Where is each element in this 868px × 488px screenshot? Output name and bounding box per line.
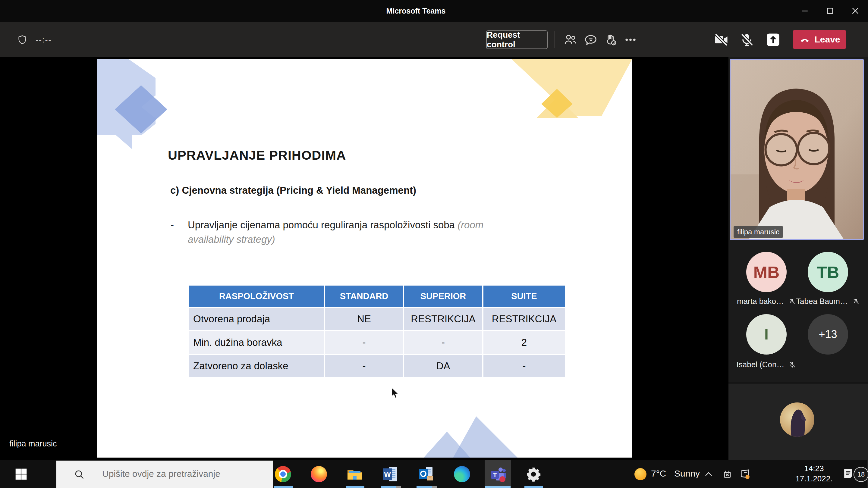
teams-icon[interactable]: T <box>489 465 507 483</box>
app-indicator-secondary <box>432 486 437 488</box>
svg-text:W: W <box>384 470 391 478</box>
availability-table: RASPOLOŽIVOST STANDARD SUPERIOR SUITE Ot… <box>188 284 566 378</box>
clock-time: 14:23 <box>787 463 841 474</box>
more-options-button[interactable] <box>621 22 640 58</box>
table-cell: - <box>404 331 482 354</box>
overflow-participants[interactable]: +13 <box>808 314 848 355</box>
leave-label: Leave <box>814 34 840 44</box>
share-button[interactable] <box>764 22 782 58</box>
mic-muted-icon <box>852 298 860 305</box>
people-icon <box>563 33 577 47</box>
file-explorer-icon[interactable] <box>346 465 364 483</box>
weather-icon[interactable] <box>634 468 647 480</box>
table-cell: - <box>325 331 403 354</box>
firefox-icon[interactable] <box>310 465 328 483</box>
maximize-icon <box>826 7 834 15</box>
mic-off-icon <box>739 32 755 47</box>
toolbar-divider <box>555 31 555 48</box>
hang-up-icon <box>799 33 811 45</box>
edge-icon[interactable] <box>453 465 471 483</box>
overflow-count: +13 <box>818 328 837 341</box>
window-titlebar: Microsoft Teams <box>0 0 868 22</box>
speaker-name-label: filipa marusic <box>734 226 783 238</box>
show-desktop-button[interactable] <box>867 460 867 488</box>
windows-logo-icon <box>14 467 28 481</box>
app-indicator <box>524 486 543 488</box>
tray-chevron-up-icon[interactable] <box>704 470 713 479</box>
network-disconnected-icon[interactable] <box>721 469 733 481</box>
leave-button[interactable]: Leave <box>793 30 846 49</box>
self-avatar[interactable] <box>780 402 814 437</box>
table-cell: NE <box>325 308 403 330</box>
table-cell: DA <box>404 355 482 377</box>
slide-decoration-top-right <box>508 59 632 119</box>
chat-icon <box>584 33 598 47</box>
search-icon <box>74 469 85 480</box>
word-icon[interactable]: W <box>381 465 399 483</box>
weather-widget[interactable]: 7°C Sunny <box>651 468 700 479</box>
self-view-panel <box>728 384 868 460</box>
notification-center-icon[interactable] <box>841 467 855 481</box>
table-header-row: RASPOLOŽIVOST STANDARD SUPERIOR SUITE <box>189 286 565 307</box>
start-button[interactable] <box>14 467 28 482</box>
search-input[interactable] <box>101 468 259 479</box>
participant-name: marta bako… <box>737 297 784 306</box>
request-control-button[interactable]: Request control <box>486 30 548 49</box>
shared-slide: UPRAVLJANJE PRIHODIMA c) Cjenovna strate… <box>97 59 632 458</box>
taskbar-search[interactable] <box>56 461 273 488</box>
reactions-button[interactable] <box>601 22 620 58</box>
app-indicator <box>381 486 396 488</box>
camera-toggle-button[interactable] <box>712 22 731 58</box>
table-header: SUITE <box>484 286 565 307</box>
table-row: Otvorena prodaja NE RESTRIKCIJA RESTRIKC… <box>189 308 565 330</box>
table-cell: 2 <box>484 331 565 354</box>
participant-avatar[interactable]: I <box>746 314 786 355</box>
chat-button[interactable] <box>581 22 600 58</box>
screen-share-stage: UPRAVLJANJE PRIHODIMA c) Cjenovna strate… <box>0 57 728 460</box>
settings-icon[interactable] <box>524 465 542 483</box>
participants-button[interactable] <box>561 22 580 58</box>
table-header: STANDARD <box>325 286 403 307</box>
share-screen-icon <box>765 32 781 47</box>
taskbar-clock[interactable]: 14:23 17.1.2022. <box>787 463 841 484</box>
table-row: Zatvoreno za dolaske - DA - <box>189 355 565 377</box>
participant-label: marta bako… <box>733 297 801 306</box>
close-button[interactable] <box>843 0 868 22</box>
main-speaker-video[interactable]: filipa marusic <box>730 59 864 240</box>
participant-avatar[interactable]: TB <box>808 252 848 292</box>
table-cell: - <box>325 355 403 377</box>
app-indicator-active <box>485 486 510 488</box>
participant-name: Isabel (Con… <box>737 360 784 369</box>
minimize-button[interactable] <box>792 0 817 22</box>
security-shield-icon <box>17 34 27 46</box>
table-header: RASPOLOŽIVOST <box>189 286 324 307</box>
participants-sidebar: filipa marusic MB TB marta bako… Tabea B… <box>728 57 868 460</box>
table-cell: Zatvoreno za dolaske <box>189 355 324 377</box>
participant-label: Tabea Baum… <box>794 297 862 306</box>
bullet-text: Upravljanje cijenama pomoću reguliranja … <box>188 219 458 230</box>
slide-bullet: - Upravljanje cijenama pomoću reguliranj… <box>170 218 484 247</box>
meeting-timer: --:-- <box>36 22 52 58</box>
participant-avatar[interactable]: MB <box>746 252 786 292</box>
app-indicator <box>274 486 293 488</box>
slide-title: UPRAVLJANJE PRIHODIMA <box>168 148 346 163</box>
app-indicator <box>346 486 364 488</box>
participant-initials: MB <box>753 262 779 282</box>
speaker-portrait <box>731 60 863 239</box>
table-row: Min. dužina boravka - - 2 <box>189 331 565 354</box>
outlook-icon[interactable] <box>417 465 435 483</box>
window-title: Microsoft Teams <box>0 0 832 22</box>
table-cell: RESTRIKCIJA <box>484 308 565 330</box>
app-indicator <box>416 486 432 488</box>
teams-meeting-window: Microsoft Teams --:-- Request control <box>0 0 868 488</box>
mouse-cursor <box>390 387 401 399</box>
weather-temp: 7°C <box>651 468 666 478</box>
ellipsis-icon <box>624 33 637 46</box>
table-cell: Otvorena prodaja <box>189 308 324 330</box>
mic-toggle-button[interactable] <box>738 22 756 58</box>
table-header: SUPERIOR <box>404 286 482 307</box>
maximize-button[interactable] <box>817 0 843 22</box>
windows-taskbar: W T <box>0 460 868 488</box>
display-presenting-icon[interactable] <box>738 468 751 481</box>
chrome-icon[interactable] <box>274 465 292 483</box>
